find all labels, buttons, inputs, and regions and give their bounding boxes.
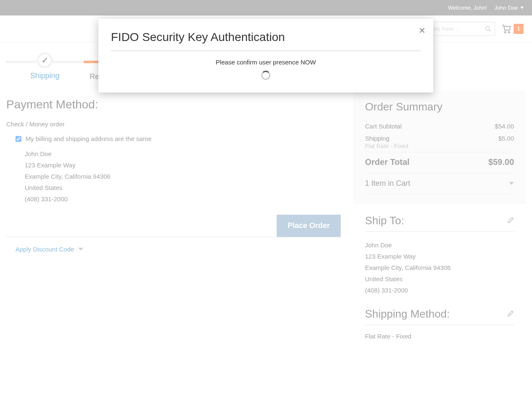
close-icon: ✕ [419,26,426,35]
spinner-icon [261,71,270,80]
fido-auth-modal: ✕ FIDO Security Key Authentication Pleas… [98,19,433,92]
modal-body: Please confirm user presence NOW [111,51,421,80]
close-button[interactable]: ✕ [419,26,426,35]
modal-message: Please confirm user presence NOW [111,59,421,66]
modal-title: FIDO Security Key Authentication [111,31,421,51]
